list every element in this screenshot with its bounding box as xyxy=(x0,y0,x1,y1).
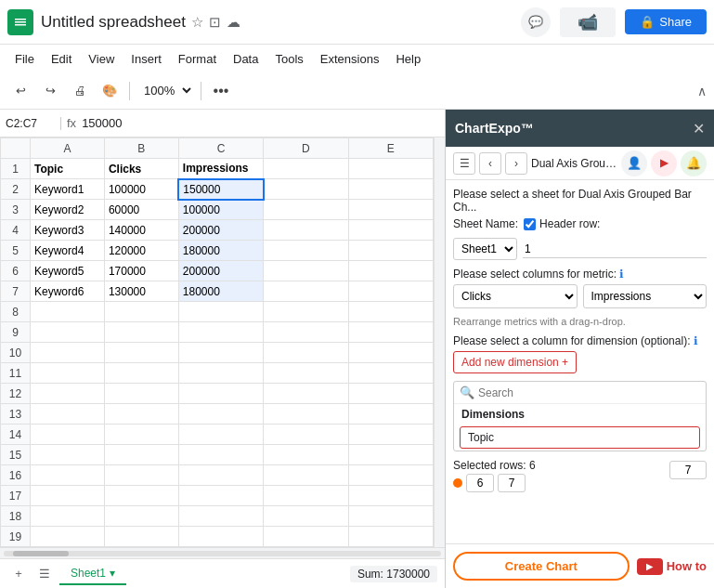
cell-5-c[interactable]: 180000 xyxy=(178,241,263,261)
cell-4-e[interactable] xyxy=(348,220,433,241)
cell-4-b[interactable]: 140000 xyxy=(104,220,178,241)
cell-6-e[interactable] xyxy=(348,261,433,281)
cell-reference[interactable]: C2:C7 xyxy=(6,117,61,130)
cell-17-a[interactable] xyxy=(30,486,104,506)
cell-5-e[interactable] xyxy=(348,241,433,261)
horizontal-scrollbar[interactable] xyxy=(0,547,445,558)
cell-19-e[interactable] xyxy=(348,527,433,547)
cell-7-d[interactable] xyxy=(264,281,348,302)
cell-10-a[interactable] xyxy=(30,343,104,363)
cell-1-b[interactable]: Clicks xyxy=(104,159,178,179)
cell-16-a[interactable] xyxy=(30,465,104,486)
menu-file[interactable]: File xyxy=(7,49,42,69)
cell-13-b[interactable] xyxy=(104,404,178,425)
cell-19-c[interactable] xyxy=(178,527,263,547)
cell-8-d[interactable] xyxy=(264,302,348,322)
cell-16-d[interactable] xyxy=(264,465,348,486)
cloud-icon[interactable]: ☁ xyxy=(227,14,240,31)
row-header[interactable]: 2 xyxy=(1,179,31,200)
cell-14-b[interactable] xyxy=(104,425,178,445)
panel-nav-menu[interactable]: ☰ xyxy=(453,152,475,175)
header-row-checkbox[interactable] xyxy=(524,218,536,230)
sum-display[interactable]: Sum: 1730000 xyxy=(350,566,437,582)
row-header[interactable]: 7 xyxy=(1,281,31,302)
cell-9-d[interactable] xyxy=(264,322,348,343)
cell-17-b[interactable] xyxy=(104,486,178,506)
menu-tools[interactable]: Tools xyxy=(267,49,310,69)
row-header[interactable]: 9 xyxy=(1,322,31,343)
cell-13-a[interactable] xyxy=(30,404,104,425)
cell-5-b[interactable]: 120000 xyxy=(104,241,178,261)
cell-10-c[interactable] xyxy=(178,343,263,363)
cell-15-a[interactable] xyxy=(30,445,104,465)
cell-12-c[interactable] xyxy=(178,384,263,404)
metric2-select[interactable]: Impressions Clicks Topic xyxy=(583,284,708,308)
zoom-select[interactable]: 100% 75% 125% xyxy=(136,81,194,100)
cell-16-c[interactable] xyxy=(178,465,263,486)
cell-2-e[interactable] xyxy=(348,179,433,200)
cell-1-e[interactable] xyxy=(348,159,433,179)
cell-9-c[interactable] xyxy=(178,322,263,343)
cell-9-a[interactable] xyxy=(30,322,104,343)
row-header[interactable]: 14 xyxy=(1,425,31,445)
menu-extensions[interactable]: Extensions xyxy=(313,49,387,69)
cell-3-b[interactable]: 60000 xyxy=(104,200,178,220)
cell-14-a[interactable] xyxy=(30,425,104,445)
cell-14-d[interactable] xyxy=(264,425,348,445)
cell-8-c[interactable] xyxy=(178,302,263,322)
panel-bell-icon[interactable]: 🔔 xyxy=(681,150,707,176)
cell-13-e[interactable] xyxy=(348,404,433,425)
cell-16-e[interactable] xyxy=(348,465,433,486)
cell-17-c[interactable] xyxy=(178,486,263,506)
row-header[interactable]: 11 xyxy=(1,363,31,384)
cell-2-a[interactable]: Keyword1 xyxy=(30,179,104,200)
paint-format-button[interactable]: 🎨 xyxy=(97,78,123,104)
row-header[interactable]: 15 xyxy=(1,445,31,465)
cell-15-d[interactable] xyxy=(264,445,348,465)
menu-format[interactable]: Format xyxy=(171,49,224,69)
row-header[interactable]: 18 xyxy=(1,506,31,527)
cell-11-a[interactable] xyxy=(30,363,104,384)
cell-10-e[interactable] xyxy=(348,343,433,363)
cell-7-b[interactable]: 130000 xyxy=(104,281,178,302)
add-sheet-button[interactable]: + xyxy=(7,563,30,585)
cell-11-b[interactable] xyxy=(104,363,178,384)
menu-help[interactable]: Help xyxy=(388,49,428,69)
row-header[interactable]: 8 xyxy=(1,302,31,322)
cell-5-d[interactable] xyxy=(264,241,348,261)
cell-17-e[interactable] xyxy=(348,486,433,506)
cell-6-d[interactable] xyxy=(264,261,348,281)
cell-11-e[interactable] xyxy=(348,363,433,384)
undo-button[interactable]: ↩ xyxy=(7,78,33,104)
cell-7-a[interactable]: Keyword6 xyxy=(30,281,104,302)
cell-16-b[interactable] xyxy=(104,465,178,486)
col-header-c[interactable]: C xyxy=(178,138,263,159)
cell-18-c[interactable] xyxy=(178,506,263,527)
panel-person-icon[interactable]: 👤 xyxy=(621,150,647,176)
chat-icon[interactable]: 💬 xyxy=(521,7,551,37)
cell-9-e[interactable] xyxy=(348,322,433,343)
cell-6-b[interactable]: 170000 xyxy=(104,261,178,281)
sheet-select[interactable]: Sheet1 xyxy=(453,238,517,260)
print-button[interactable]: 🖨 xyxy=(67,78,93,104)
star-icon[interactable]: ☆ xyxy=(191,14,203,31)
create-chart-button[interactable]: Create Chart xyxy=(453,552,630,581)
cell-15-b[interactable] xyxy=(104,445,178,465)
menu-insert[interactable]: Insert xyxy=(123,49,169,69)
cell-13-c[interactable] xyxy=(178,404,263,425)
cell-7-c[interactable]: 180000 xyxy=(178,281,263,302)
row-header[interactable]: 1 xyxy=(1,159,31,179)
rows-value-input[interactable] xyxy=(669,461,707,479)
cell-1-c[interactable]: Impressions xyxy=(178,159,263,179)
cell-1-d[interactable] xyxy=(264,159,348,179)
cell-15-c[interactable] xyxy=(178,445,263,465)
cell-2-b[interactable]: 100000 xyxy=(104,179,178,200)
add-dimension-button[interactable]: Add new dimension + xyxy=(453,351,577,373)
cell-1-a[interactable]: Topic xyxy=(30,159,104,179)
col-header-a[interactable]: A xyxy=(30,138,104,159)
cell-12-e[interactable] xyxy=(348,384,433,404)
collapse-button[interactable]: ∧ xyxy=(697,84,707,98)
meet-icon[interactable]: 📹 xyxy=(560,7,616,37)
panel-close-button[interactable]: ✕ xyxy=(693,120,705,137)
metric1-select[interactable]: Clicks Impressions Topic xyxy=(453,284,578,308)
